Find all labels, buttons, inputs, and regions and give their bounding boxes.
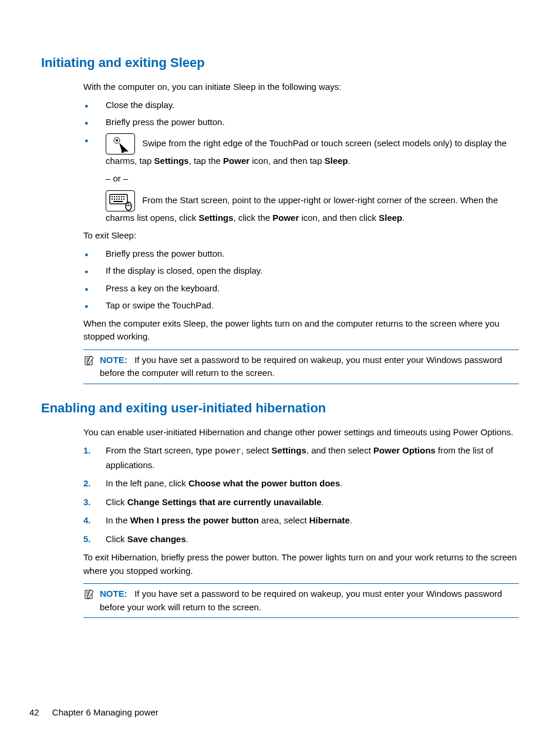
svg-rect-8 [123, 196, 124, 197]
list-item: Swipe from the right edge of the TouchPa… [83, 133, 519, 225]
list-item: Press a key on the keyboard. [83, 282, 519, 295]
note-icon [83, 355, 95, 367]
exit-list: Briefly press the power button. If the d… [83, 247, 519, 312]
outro-text: When the computer exits Sleep, the power… [83, 317, 519, 344]
bold-text: Sleep [379, 213, 402, 223]
list-item: Tap or swipe the TouchPad. [83, 299, 519, 312]
bold-text: Power [223, 156, 249, 166]
bold-text: Sleep [325, 156, 348, 166]
code-text: power [215, 446, 241, 456]
step-item: Click Change Settings that are currently… [83, 496, 519, 509]
svg-rect-14 [123, 199, 124, 200]
svg-rect-11 [116, 199, 117, 200]
note-text: If you have set a password to be require… [100, 355, 502, 378]
bold-text: Power [272, 213, 299, 223]
svg-rect-9 [112, 199, 113, 200]
note-block: NOTE: If you have set a password to be r… [83, 583, 519, 618]
heading-sleep: Initiating and exiting Sleep [41, 53, 519, 72]
svg-rect-6 [119, 196, 120, 197]
outro-text: To exit Hibernation, briefly press the p… [83, 551, 519, 577]
step-item: In the When I press the power button are… [83, 514, 519, 527]
intro-text: You can enable user-initiated Hibernatio… [83, 426, 519, 439]
step-item: In the left pane, click Choose what the … [83, 477, 519, 490]
svg-rect-13 [121, 199, 122, 200]
heading-hibernation: Enabling and exiting user-initiated hibe… [41, 398, 519, 418]
svg-rect-12 [119, 199, 120, 200]
section1-content: With the computer on, you can initiate S… [83, 80, 519, 384]
bold-text: Settings [198, 213, 233, 223]
step-item: Click Save changes. [83, 533, 519, 546]
svg-rect-3 [112, 196, 113, 197]
initiate-list: Close the display. Briefly press the pow… [83, 99, 519, 225]
list-item: Briefly press the power button. [83, 116, 519, 129]
list-item: Close the display. [83, 99, 519, 112]
exit-intro: To exit Sleep: [83, 229, 519, 243]
note-block: NOTE: If you have set a password to be r… [83, 350, 519, 384]
svg-rect-4 [114, 196, 115, 197]
note-text: If you have set a password to be require… [100, 589, 502, 612]
list-item: Briefly press the power button. [83, 247, 519, 261]
svg-rect-7 [121, 196, 122, 197]
step-item: From the Start screen, type power, selec… [83, 444, 519, 472]
svg-rect-5 [116, 196, 117, 197]
steps-list: From the Start screen, type power, selec… [83, 444, 519, 546]
svg-rect-10 [114, 199, 115, 200]
keyboard-mouse-icon [106, 190, 135, 211]
list-item: If the display is closed, open the displ… [83, 264, 519, 278]
svg-point-1 [116, 139, 118, 142]
note-label: NOTE: [100, 355, 127, 365]
note-label: NOTE: [100, 589, 127, 599]
note-icon [83, 589, 95, 600]
bold-text: Settings [154, 156, 189, 166]
section2-content: You can enable user-initiated Hibernatio… [83, 426, 519, 619]
svg-rect-15 [113, 201, 123, 202]
touch-gesture-icon [106, 133, 135, 154]
intro-text: With the computer on, you can initiate S… [83, 80, 519, 94]
or-separator: – or – [106, 172, 519, 186]
